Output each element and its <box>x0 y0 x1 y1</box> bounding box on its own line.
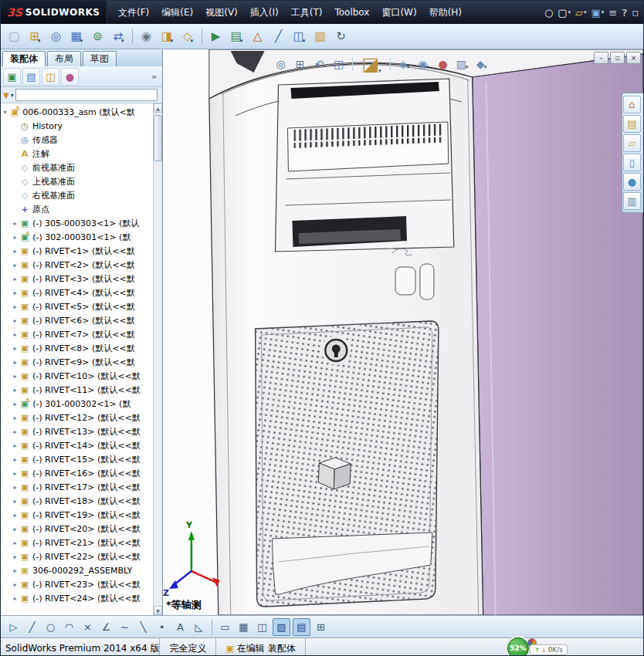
tree-item[interactable]: ▸ ▣ (-) RIVET<6> (默认<<默 <box>1 313 154 327</box>
expand-arrow-icon[interactable]: ▸ <box>11 553 19 560</box>
scroll-thumb[interactable] <box>154 115 162 161</box>
interference-detection-icon[interactable]: ◫▾ <box>290 27 309 46</box>
tree-item[interactable]: ▸ ▣ (-) RIVET<5> (默认<<默 <box>1 299 154 313</box>
tree-item[interactable]: ▸ ▣ (-) RIVET<11> (默认<<默 <box>1 383 154 397</box>
tree-item[interactable]: ▸ ▣ 306-000292_ASSEMBLY <box>1 563 154 577</box>
menu-file[interactable]: 文件(F) <box>112 2 155 23</box>
expand-arrow-icon[interactable]: ▸ <box>11 387 19 394</box>
collapse-toolbar-icon[interactable]: ▫ <box>632 7 639 19</box>
expand-arrow-icon[interactable]: ▸ <box>11 359 19 366</box>
show-hidden-components-icon[interactable]: ◉ <box>137 27 156 46</box>
tree-item[interactable]: ◇ 上视基准面 <box>1 174 154 188</box>
expand-panel-icon[interactable]: » <box>148 72 160 82</box>
menu-help[interactable]: 帮助(H) <box>423 2 468 23</box>
menu-view[interactable]: 视图(V) <box>199 2 244 23</box>
tree-item[interactable]: ▸ ▣ (-) RIVET<3> (默认<<默 <box>1 272 154 286</box>
expand-arrow-icon[interactable]: ▸ <box>11 345 19 352</box>
tree-item[interactable]: ▸ ▣ (-) RIVET<15> (默认<<默 <box>1 452 154 466</box>
expand-arrow-icon[interactable]: ▸ <box>11 428 19 435</box>
expand-arrow-icon[interactable]: ▸ <box>11 414 19 421</box>
file-explorer-icon[interactable]: ▱ <box>623 134 641 152</box>
assembly-features-icon[interactable]: ◨▾ <box>158 27 177 46</box>
configurationmanager-icon[interactable]: ◫ <box>42 68 59 86</box>
sketch-pattern-icon[interactable]: ▦ <box>236 619 252 635</box>
tree-item[interactable]: ◇ 前视基准面 <box>1 161 154 174</box>
tree-item[interactable]: ▸ ▣ (-) RIVET<4> (默认<<默 <box>1 286 154 299</box>
expand-arrow-icon[interactable]: ▾ <box>1 109 9 116</box>
tree-item[interactable]: ▸ ▣ (-) RIVET<14> (默认<<默 <box>1 438 154 452</box>
angle-dimension-icon[interactable]: ∠ <box>98 619 114 635</box>
tree-item[interactable]: + 原点 <box>1 202 154 216</box>
expand-arrow-icon[interactable]: ▸ <box>11 220 19 227</box>
tree-item[interactable]: A 注解 <box>1 147 154 161</box>
menu-edit[interactable]: 编辑(E) <box>155 2 199 23</box>
scroll-up-icon[interactable]: ▲ <box>154 103 162 113</box>
tower-model[interactable] <box>163 49 643 615</box>
edit-appearance-icon[interactable]: ● <box>435 56 451 73</box>
expand-arrow-icon[interactable]: ▸ <box>11 373 19 380</box>
zoom-area-icon[interactable]: ⊞ <box>292 56 308 73</box>
tree-item[interactable]: ▸ ▣ (-) RIVET<17> (默认<<默 <box>1 480 154 494</box>
propertymanager-icon[interactable]: ▤ <box>22 68 40 86</box>
displaymanager-icon[interactable]: ● <box>61 68 79 86</box>
line-tool-icon[interactable]: ╱ <box>24 619 40 635</box>
apply-scene-icon[interactable]: ▨▾ <box>454 56 470 73</box>
expand-arrow-icon[interactable]: ▸ <box>11 401 19 407</box>
view-settings-icon[interactable]: ◆▾ <box>473 56 490 73</box>
expand-arrow-icon[interactable]: ▸ <box>11 248 19 255</box>
open-icon[interactable]: ▱▾ <box>575 7 587 19</box>
circle-tool-icon[interactable]: ○ <box>42 619 59 635</box>
featuremanager-tree-icon[interactable]: ▣ <box>3 68 21 86</box>
assembly-visualization-icon[interactable]: ▥ <box>310 27 330 46</box>
expand-arrow-icon[interactable]: ▸ <box>11 567 19 574</box>
design-library-icon[interactable]: ▤ <box>623 115 641 133</box>
spline-tool-icon[interactable]: ~ <box>117 619 133 635</box>
explode-line-sketch-icon[interactable]: ╱ <box>269 27 288 46</box>
expand-arrow-icon[interactable]: ▸ <box>11 484 19 491</box>
update-icon[interactable]: ↻ <box>331 27 351 46</box>
custom-properties-icon[interactable]: ▥ <box>623 192 641 210</box>
point-tool-icon[interactable]: • <box>154 619 170 635</box>
model-3d[interactable]: Y Z <box>163 49 643 615</box>
new-motion-study-icon[interactable]: ▶ <box>206 27 225 46</box>
tree-item[interactable]: ▸ ▣ (-) RIVET<22> (默认<<默 <box>1 549 154 563</box>
menu-insert[interactable]: 插入(I) <box>244 2 285 23</box>
tree-item[interactable]: ▸ ▣ (-) RIVET<19> (默认<<默 <box>1 508 154 522</box>
filter-input[interactable] <box>15 89 158 101</box>
expand-arrow-icon[interactable]: ▸ <box>11 317 19 324</box>
expand-arrow-icon[interactable]: ▸ <box>11 442 19 449</box>
tab-layout[interactable]: 布局 <box>47 51 81 66</box>
text-tool-icon[interactable]: A <box>172 619 188 635</box>
tree-item[interactable]: ▸ ▣ (-) RIVET<8> (默认<<默 <box>1 341 154 355</box>
close-doc-button[interactable]: × <box>626 52 641 64</box>
tree-item[interactable]: ◇ 右视基准面 <box>1 188 154 202</box>
expand-arrow-icon[interactable]: ▸ <box>11 456 19 463</box>
expand-arrow-icon[interactable]: ▸ <box>11 512 19 519</box>
reference-geometry-icon[interactable]: ◇▾ <box>178 27 198 46</box>
tree-item[interactable]: ◎ 传感器 <box>1 133 154 147</box>
centerline-tool-icon[interactable]: ╲ <box>135 619 151 635</box>
mate-icon[interactable]: ◎ <box>46 27 66 46</box>
menu-toolbox[interactable]: Toolbox <box>328 3 375 22</box>
tree-item[interactable]: ▸ ▣ (-) RIVET<21> (默认<<默 <box>1 536 154 549</box>
filter-dropdown-icon[interactable]: ▾ <box>11 92 14 99</box>
smart-fasteners-icon[interactable]: ⊚ <box>88 27 107 46</box>
expand-arrow-icon[interactable]: ▸ <box>11 289 19 296</box>
menu-window[interactable]: 窗口(W) <box>375 2 422 23</box>
search-icon[interactable]: ○ <box>544 7 553 19</box>
tree-item[interactable]: ▸ ▣ (-) RIVET<1> (默认<<默 <box>1 244 154 258</box>
expand-arrow-icon[interactable]: ▸ <box>11 331 19 338</box>
tab-sketch[interactable]: 草图 <box>83 51 117 66</box>
help-icon[interactable]: ? <box>622 7 627 19</box>
tree-item[interactable]: ▸ ▣ (-) RIVET<23> (默认<<默 <box>1 577 154 591</box>
instant2d-icon[interactable]: ▤ <box>293 618 310 636</box>
filter-funnel-icon[interactable]: ▼ <box>3 91 9 100</box>
arc-tool-icon[interactable]: ◠ <box>61 619 77 635</box>
tree-item[interactable]: ▸ ▣ (-) RIVET<13> (默认<<默 <box>1 424 154 438</box>
trim-tool-icon[interactable]: × <box>80 619 96 635</box>
new-document-icon[interactable]: ▢▾ <box>558 7 571 19</box>
expand-arrow-icon[interactable]: ▸ <box>11 276 19 282</box>
bill-of-materials-icon[interactable]: ▤▾ <box>227 27 246 46</box>
solidworks-resources-icon[interactable]: ⌂ <box>623 96 641 113</box>
tree-item[interactable]: ▸ ▣ (-) RIVET<10> (默认<<默 <box>1 369 154 383</box>
